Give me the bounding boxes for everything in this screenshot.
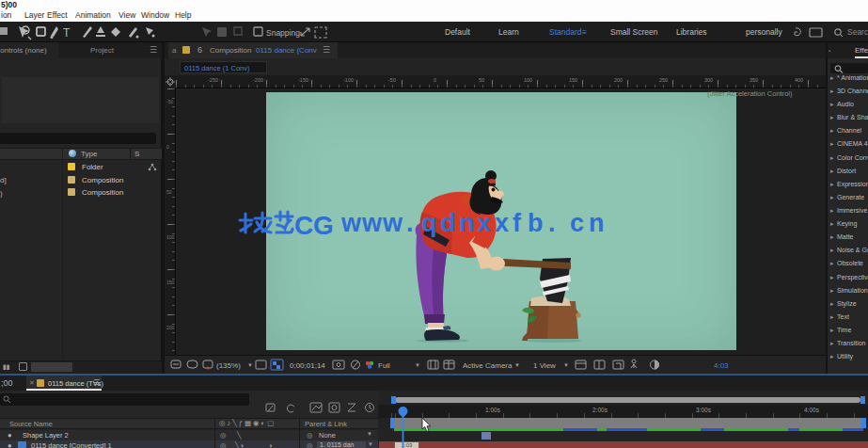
svg-text:c: c [570,209,584,237]
svg-text:d: d [440,209,456,237]
svg-text:≡: ≡ [582,27,587,37]
svg-text:n: n [459,209,475,237]
svg-text:G: G [313,211,334,238]
svg-text:w: w [382,209,403,237]
svg-text:▼: ▼ [415,362,420,368]
svg-text:Libraries: Libraries [676,27,707,37]
svg-text:▼: ▼ [514,362,520,368]
svg-text:Searc: Searc [847,27,868,37]
svg-text:Active Camera: Active Camera [463,361,513,370]
svg-text:Full: Full [378,361,390,370]
svg-text:w: w [340,209,362,237]
svg-text:f: f [513,209,522,237]
svg-text:T: T [63,26,71,40]
svg-text:Snapping: Snapping [266,28,300,38]
svg-text:C: C [294,211,313,238]
svg-text:(135%): (135%) [216,361,241,370]
svg-text:n: n [589,209,605,237]
svg-text:1 View: 1 View [533,361,556,370]
svg-text:0;00;01;14: 0;00;01;14 [290,361,325,370]
svg-text:Standard: Standard [549,27,582,37]
svg-text:4:03: 4:03 [714,361,729,370]
svg-text:Small Screen: Small Screen [610,27,658,37]
svg-text:Learn: Learn [498,27,519,37]
svg-text:b: b [528,209,544,237]
svg-text:x: x [477,209,491,237]
svg-text:▼: ▼ [563,362,569,368]
svg-text:Default: Default [445,27,471,37]
svg-text:personally: personally [746,27,782,37]
svg-text:q: q [421,209,437,237]
svg-text:.: . [548,209,556,237]
svg-text:.: . [406,209,414,237]
svg-text:▼: ▼ [247,362,253,368]
svg-text:w: w [361,209,383,237]
svg-text:x: x [495,209,509,237]
